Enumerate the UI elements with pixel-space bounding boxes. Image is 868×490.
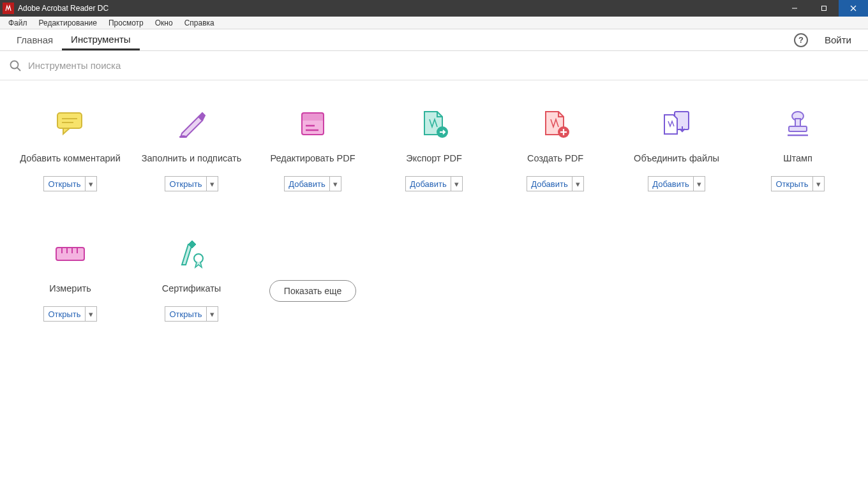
chevron-down-icon[interactable]: ▾ — [85, 177, 96, 191]
menubar: Файл Редактирование Просмотр Окно Справк… — [0, 17, 868, 29]
tool-create-pdf[interactable]: Создать PDF Добавить ▾ — [498, 107, 613, 191]
tool-action-button[interactable]: Открыть ▾ — [43, 306, 96, 322]
svg-rect-6 — [57, 113, 82, 128]
tool-action-button[interactable]: Открыть ▾ — [771, 176, 824, 191]
svg-rect-22 — [56, 248, 84, 260]
chevron-down-icon[interactable]: ▾ — [206, 177, 218, 191]
tool-action-button[interactable]: Добавить ▾ — [284, 176, 341, 191]
tool-stamp[interactable]: Штамп Открыть ▾ — [740, 107, 855, 191]
tool-action-button[interactable]: Добавить ▾ — [405, 176, 462, 191]
svg-line-5 — [17, 68, 20, 71]
svg-point-4 — [11, 61, 19, 68]
tools-area: Добавить комментарий Открыть ▾ Заполнить… — [0, 80, 868, 322]
signin-button[interactable]: Войти — [821, 29, 855, 50]
chevron-down-icon[interactable]: ▾ — [693, 177, 705, 191]
tool-label: Штамп — [783, 145, 812, 171]
chevron-down-icon[interactable]: ▾ — [85, 307, 96, 321]
action-label: Открыть — [44, 177, 84, 191]
create-pdf-icon — [539, 107, 572, 140]
menu-file[interactable]: Файл — [3, 17, 33, 29]
export-pdf-icon — [417, 107, 451, 140]
tool-comment[interactable]: Добавить комментарий Открыть ▾ — [13, 107, 128, 191]
tool-label: Добавить комментарий — [20, 145, 121, 171]
stamp-icon — [781, 107, 814, 140]
svg-rect-10 — [302, 113, 324, 121]
action-label: Открыть — [772, 177, 812, 191]
tool-measure[interactable]: Измерить Открыть ▾ — [13, 237, 128, 322]
action-label: Добавить — [285, 177, 329, 191]
tool-fill-sign[interactable]: Заполнить и подписать Открыть ▾ — [134, 107, 249, 191]
help-icon[interactable]: ? — [794, 33, 808, 47]
app-icon — [3, 3, 14, 14]
show-more-button[interactable]: Показать еще — [269, 280, 356, 302]
action-label: Открыть — [165, 177, 206, 191]
tool-action-button[interactable]: Открыть ▾ — [165, 306, 218, 322]
tab-tools[interactable]: Инструменты — [62, 29, 140, 50]
chevron-down-icon[interactable]: ▾ — [206, 307, 218, 321]
chevron-down-icon[interactable]: ▾ — [329, 177, 341, 191]
tool-label: Создать PDF — [527, 145, 583, 171]
tool-action-button[interactable]: Добавить ▾ — [527, 176, 583, 191]
comment-icon — [54, 107, 87, 140]
edit-pdf-icon — [296, 107, 329, 140]
tool-certificates[interactable]: Сертификаты Открыть ▾ — [134, 237, 249, 322]
menu-view[interactable]: Просмотр — [103, 17, 149, 29]
window-title: Adobe Acrobat Reader DC — [18, 4, 108, 13]
show-more-wrap: Показать еще — [255, 237, 370, 322]
menu-window[interactable]: Окно — [149, 17, 179, 29]
svg-point-27 — [194, 254, 203, 263]
tool-combine-files[interactable]: Объединить файлы Добавить ▾ — [619, 107, 734, 191]
menu-edit[interactable]: Редактирование — [33, 17, 103, 29]
action-label: Добавить — [648, 177, 692, 191]
svg-rect-1 — [822, 6, 827, 11]
chevron-down-icon[interactable]: ▾ — [812, 177, 824, 191]
tool-action-button[interactable]: Добавить ▾ — [648, 176, 705, 191]
search-icon — [9, 59, 22, 72]
action-label: Открыть — [165, 307, 206, 321]
chevron-down-icon[interactable]: ▾ — [451, 177, 462, 191]
titlebar: Adobe Acrobat Reader DC — [0, 0, 868, 17]
combine-files-icon — [660, 107, 693, 140]
tool-edit-pdf[interactable]: Редактировать PDF Добавить ▾ — [255, 107, 370, 191]
tool-label: Экспорт PDF — [406, 145, 462, 171]
tabrow: Главная Инструменты ? Войти — [0, 29, 868, 51]
chevron-down-icon[interactable]: ▾ — [572, 177, 583, 191]
maximize-button[interactable] — [809, 0, 839, 17]
certificate-icon — [175, 237, 208, 271]
tool-label: Объединить файлы — [634, 145, 719, 171]
tool-label: Сертификаты — [162, 276, 221, 301]
search-row — [0, 51, 868, 80]
action-label: Добавить — [527, 177, 571, 191]
action-label: Открыть — [44, 307, 84, 321]
close-button[interactable] — [839, 0, 868, 17]
pen-icon — [175, 107, 208, 140]
minimize-button[interactable] — [780, 0, 809, 17]
svg-rect-19 — [795, 119, 800, 126]
tool-action-button[interactable]: Открыть ▾ — [165, 176, 218, 191]
action-label: Добавить — [406, 177, 450, 191]
ruler-icon — [54, 237, 87, 271]
tool-action-button[interactable]: Открыть ▾ — [43, 176, 96, 191]
tool-export-pdf[interactable]: Экспорт PDF Добавить ▾ — [377, 107, 491, 191]
svg-rect-20 — [789, 126, 807, 131]
tool-label: Измерить — [49, 276, 91, 301]
tab-home[interactable]: Главная — [8, 29, 62, 50]
tool-label: Заполнить и подписать — [142, 145, 242, 171]
tool-label: Редактировать PDF — [270, 145, 355, 171]
menu-help[interactable]: Справка — [179, 17, 220, 29]
search-input[interactable] — [28, 60, 283, 71]
